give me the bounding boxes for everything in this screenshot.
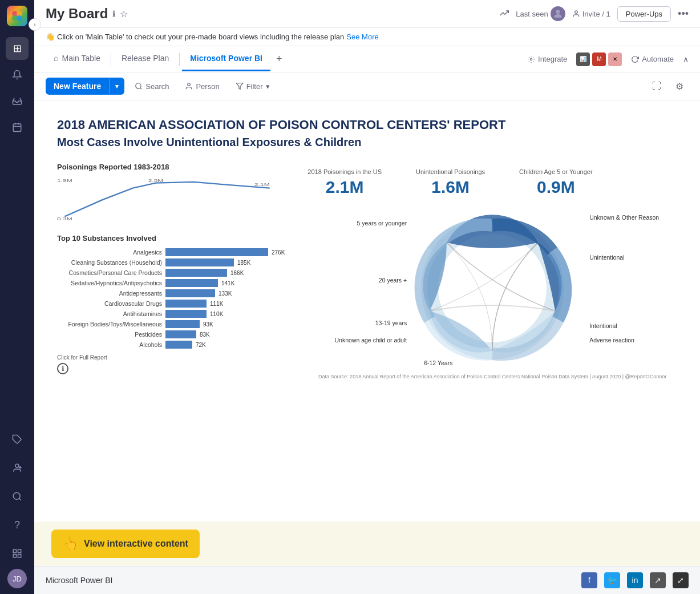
bar-value: 72K xyxy=(196,342,206,348)
click-full-report[interactable]: Click for Full Report xyxy=(57,354,285,361)
main-content: My Board ℹ ☆ Last seen xyxy=(34,0,700,594)
svg-line-24 xyxy=(533,61,533,62)
new-feature-dropdown-arrow[interactable]: ▾ xyxy=(109,79,124,94)
power-ups-button[interactable]: Power-Ups xyxy=(617,6,671,22)
new-feature-label: New Feature xyxy=(46,78,109,95)
svg-text:1.9M: 1.9M xyxy=(57,178,72,183)
person-button[interactable]: Person xyxy=(179,79,225,94)
tip-bar: 👋 Click on 'Main Table' to check out you… xyxy=(34,28,700,46)
sidebar-item-puzzle[interactable] xyxy=(6,428,29,451)
big-stat: Unintentional Poisonings 1.6M xyxy=(416,168,485,197)
line-chart: 1.9M 2.5M 2.1M 0.3M xyxy=(57,177,285,223)
bar-fill xyxy=(165,258,234,266)
bar-fill xyxy=(165,310,207,318)
header-right: Last seen Invite / 1 Power-Ups ••• xyxy=(500,6,689,22)
chord-label-5years: 5 years or younger xyxy=(355,220,407,227)
sidebar-item-apps[interactable] xyxy=(6,542,29,565)
bar-container: 110K xyxy=(165,310,285,318)
sidebar-item-inbox[interactable] xyxy=(6,90,29,112)
tab-add-button[interactable]: + xyxy=(270,46,288,72)
last-seen-avatar xyxy=(551,6,565,21)
bar-label: Cosmetics/Personal Care Products xyxy=(57,269,165,276)
bar-label: Cardiovascular Drugs xyxy=(57,300,165,307)
chord-label-20years: 20 years + xyxy=(364,277,407,284)
tab-power-bi-label: Microsoft Power BI xyxy=(190,54,262,63)
last-seen-label: Last seen xyxy=(516,10,548,18)
bar-value: 276K xyxy=(272,249,285,256)
filter-button[interactable]: Filter ▾ xyxy=(230,79,276,94)
tab-divider-1 xyxy=(111,53,111,66)
bar-label: Foreign Bodies/Toys/Miscellaneous xyxy=(57,321,165,328)
big-stat-value: 2.1M xyxy=(307,177,382,197)
svg-point-20 xyxy=(530,58,532,60)
bar-label: Antidepressants xyxy=(57,290,165,297)
integration-icon-2: M xyxy=(592,52,606,66)
linkedin-icon[interactable]: in xyxy=(627,572,643,588)
see-more-link[interactable]: See More xyxy=(346,33,378,41)
bar-value: 93K xyxy=(203,321,213,328)
view-interactive-button[interactable]: 👆 View interactive content xyxy=(51,530,200,558)
twitter-icon[interactable]: 🐦 xyxy=(604,572,620,588)
charts-container: Poisonings Reported 1983-2018 1.9M 2.5M … xyxy=(57,163,677,379)
info-circle-icon[interactable]: ℹ xyxy=(57,363,68,374)
chord-label-intentional: Intentional xyxy=(589,322,646,329)
person-label: Person xyxy=(196,82,219,91)
sidebar-item-add-user[interactable] xyxy=(6,456,29,479)
bar-value: 141K xyxy=(221,280,234,286)
integration-icon-1: 📊 xyxy=(576,52,590,66)
tab-release-plan[interactable]: Release Plan xyxy=(114,47,177,71)
svg-rect-16 xyxy=(18,555,21,557)
sidebar-item-search[interactable] xyxy=(6,485,29,508)
bar-value: 133K xyxy=(219,290,232,297)
integrate-button[interactable]: Integrate xyxy=(523,52,572,66)
bar-value: 110K xyxy=(210,311,223,317)
settings-button[interactable]: ⚙ xyxy=(670,77,689,95)
big-stats-row: 2018 Poisonings in the US 2.1M Unintenti… xyxy=(307,163,677,197)
sidebar-item-notifications[interactable] xyxy=(6,63,29,86)
sidebar-item-help[interactable]: ? xyxy=(6,514,29,536)
svg-point-18 xyxy=(556,10,560,14)
facebook-icon[interactable]: f xyxy=(581,572,597,588)
sidebar-item-calendar[interactable] xyxy=(6,116,29,139)
tab-main-table[interactable]: ⌂ Main Table xyxy=(46,47,108,71)
info-icon[interactable]: ℹ xyxy=(112,9,115,18)
right-panel: 2018 Poisonings in the US 2.1M Unintenti… xyxy=(307,163,677,379)
view-interactive-section: 👆 View interactive content xyxy=(34,522,700,566)
fullscreen-button[interactable]: ⛶ xyxy=(648,77,666,95)
svg-rect-14 xyxy=(13,549,16,552)
share-icon[interactable]: ↗ xyxy=(650,572,666,588)
svg-point-29 xyxy=(188,83,191,86)
svg-point-3 xyxy=(17,15,22,21)
automate-button[interactable]: Automate xyxy=(626,52,678,66)
chord-label-adverse: Adverse reaction xyxy=(589,337,658,344)
tabs-collapse-icon[interactable]: ∧ xyxy=(683,55,689,64)
bar-fill xyxy=(165,248,268,256)
svg-rect-17 xyxy=(13,555,16,557)
tab-main-table-label: Main Table xyxy=(62,54,100,63)
more-options-button[interactable]: ••• xyxy=(678,8,689,20)
automate-label: Automate xyxy=(642,55,674,63)
sidebar-item-home[interactable]: ⊞ xyxy=(6,37,29,60)
activity-button[interactable] xyxy=(500,9,509,19)
chord-label-unintentional: Unintentional xyxy=(589,254,652,261)
search-button[interactable]: Search xyxy=(129,79,175,94)
svg-point-9 xyxy=(15,464,19,467)
user-avatar[interactable]: JD xyxy=(7,569,27,588)
bar-label: Analgesics xyxy=(57,249,165,256)
sidebar-collapse-button[interactable]: › xyxy=(29,18,41,31)
big-stat-label: Unintentional Poisonings xyxy=(416,168,485,175)
footer-bar: Microsoft Power BI f 🐦 in ↗ ⤢ xyxy=(34,566,700,594)
bar-row: Cardiovascular Drugs 111K xyxy=(57,300,285,308)
invite-button[interactable]: Invite / 1 xyxy=(572,10,610,18)
svg-text:2.1M: 2.1M xyxy=(254,182,270,187)
invite-label: Invite / 1 xyxy=(582,10,610,18)
new-feature-button[interactable]: New Feature ▾ xyxy=(46,78,124,95)
bar-container: 83K xyxy=(165,330,285,338)
bar-row: Foreign Bodies/Toys/Miscellaneous 93K xyxy=(57,320,285,328)
expand-icon[interactable]: ⤢ xyxy=(673,572,689,588)
bar-row: Cleaning Substances (Household) 185K xyxy=(57,258,285,266)
tab-power-bi[interactable]: Microsoft Power BI xyxy=(182,47,270,71)
bar-label: Alcohols xyxy=(57,341,165,348)
big-stat: Children Age 5 or Younger 0.9M xyxy=(519,168,592,197)
star-icon[interactable]: ☆ xyxy=(120,9,128,19)
